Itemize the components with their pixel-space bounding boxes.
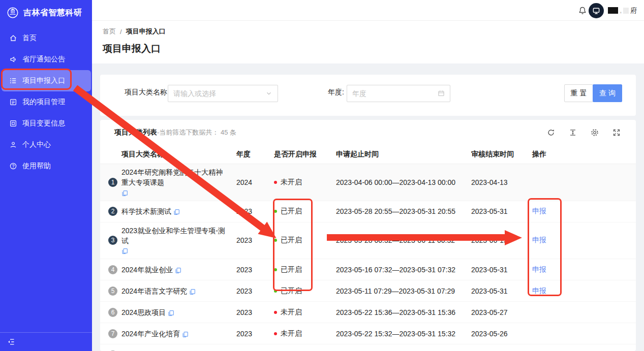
sidebar-item-change-info[interactable]: 项目变更信息 xyxy=(0,113,92,134)
filter-card: 项目大类名称: 年度: 重 置 查 询 xyxy=(100,75,636,116)
sidebar-item-apply-entry[interactable]: 项目申报入口 xyxy=(2,70,91,91)
user-menu[interactable]: , 府 xyxy=(589,3,637,18)
page-header: 首页 / 项目申报入口 项目申报入口 xyxy=(92,21,644,63)
action-cell: 申报 xyxy=(524,236,628,245)
rank-badge: 1 xyxy=(108,178,117,187)
apply-period: 2023-05-28 20:55—2023-05-31 20:55 xyxy=(328,207,463,215)
project-name: 2023就业创业和学生管理专项-测试 xyxy=(121,226,227,246)
menu-fold-icon[interactable] xyxy=(7,338,15,346)
user-name-redacted xyxy=(608,7,618,14)
app-logo-icon xyxy=(6,6,19,19)
app-brand: 吉林省智慧科研 xyxy=(0,0,92,25)
notification-bell-icon[interactable] xyxy=(578,6,587,15)
search-button[interactable]: 查 询 xyxy=(593,84,622,102)
col-header-open: 是否开启申报 xyxy=(268,150,328,159)
table-card: 项目大类列表 -当前筛选下数据共： 45 条 项目大类名称 年度 是否开启申报 … xyxy=(100,120,636,351)
reload-icon[interactable] xyxy=(547,129,555,137)
review-end-date: 2023-06-15 xyxy=(463,236,524,244)
status-label: 已开启 xyxy=(281,207,302,216)
sidebar-item-label: 使用帮助 xyxy=(22,162,51,171)
sidebar-item-label: 个人中心 xyxy=(22,140,51,149)
col-header-review-end: 审核结束时间 xyxy=(463,150,524,159)
apply-link[interactable]: 申报 xyxy=(532,265,546,273)
copy-icon[interactable] xyxy=(168,310,174,316)
sidebar-item-label: 项目变更信息 xyxy=(22,119,65,128)
rank-badge: 4 xyxy=(108,265,117,274)
sidebar-item-label: 首页 xyxy=(22,34,37,43)
table-count: -当前筛选下数据共： 45 条 xyxy=(157,128,236,137)
user-name: , 府 xyxy=(608,6,637,15)
table-row: 2 科学技术新测试 2023 已开启 2023-05-28 20:55—2023… xyxy=(100,201,636,222)
fullscreen-icon[interactable] xyxy=(612,129,621,137)
user-name-suffix: 府 xyxy=(630,6,637,15)
sidebar: 吉林省智慧科研 首页 省厅通知公告 项目申报入口 我的项目管理 项目变更信息 个… xyxy=(0,0,92,351)
sidebar-footer xyxy=(0,332,92,351)
year-picker[interactable] xyxy=(347,85,450,102)
person-icon xyxy=(9,141,17,149)
table-row: 4 2024年就业创业 2023 已开启 2023-05-16 07:32—20… xyxy=(100,259,636,280)
breadcrumb-home[interactable]: 首页 xyxy=(103,27,116,36)
apply-period: 2023-04-06 00:00—2023-04-13 00:00 xyxy=(328,178,463,186)
table-row: 1 2024年研究阐释党的二十大精神重大专项课题 2024 未开启 2023-0… xyxy=(100,164,636,201)
help-icon xyxy=(9,162,17,170)
col-header-action: 操作 xyxy=(524,150,628,159)
rank-badge: 6 xyxy=(108,308,117,317)
project-year: 2023 xyxy=(232,207,268,215)
square-return-icon xyxy=(9,119,17,127)
status-dot xyxy=(274,268,277,271)
rank-badge: 7 xyxy=(108,329,117,338)
apply-link[interactable]: 申报 xyxy=(532,236,546,244)
user-name-comma: , xyxy=(620,7,622,14)
category-select[interactable] xyxy=(168,85,278,102)
copy-icon[interactable] xyxy=(121,248,128,254)
project-name: 2024思政项目 xyxy=(121,307,166,317)
apply-link[interactable]: 申报 xyxy=(532,207,546,215)
megaphone-icon xyxy=(9,55,17,63)
table-row: 7 2024年产业化培育 2023 未开启 2023-05-22 15:32—2… xyxy=(100,323,636,344)
apply-link[interactable]: 申报 xyxy=(532,286,546,295)
sidebar-item-personal-center[interactable]: 个人中心 xyxy=(0,134,92,155)
status-dot xyxy=(274,332,277,335)
sidebar-item-my-projects[interactable]: 我的项目管理 xyxy=(0,91,92,113)
status-label: 已开启 xyxy=(281,236,302,245)
copy-icon[interactable] xyxy=(175,267,181,274)
table-row: 8 2024年度社会科学项目 2023 未开启 2023-05-06 09:19… xyxy=(100,344,636,351)
row-density-icon[interactable] xyxy=(569,129,577,137)
action-cell: 申报 xyxy=(524,286,628,296)
col-header-year: 年度 xyxy=(232,150,268,159)
project-year: 2023 xyxy=(232,236,268,244)
project-name: 2024年就业创业 xyxy=(121,265,173,275)
gear-icon[interactable] xyxy=(591,129,599,137)
status-label: 已开启 xyxy=(281,265,302,274)
rank-badge: 2 xyxy=(108,207,117,216)
apply-period: 2023-05-22 15:36—2023-05-31 15:36 xyxy=(328,308,463,316)
year-picker-input[interactable] xyxy=(352,89,438,98)
project-year: 2023 xyxy=(232,287,268,295)
copy-icon[interactable] xyxy=(182,331,189,338)
project-name: 2024年研究阐释党的二十大精神重大专项课题 xyxy=(121,167,227,188)
sidebar-item-notices[interactable]: 省厅通知公告 xyxy=(0,49,92,70)
review-end-date: 2023-05-31 xyxy=(463,287,524,295)
year-label: 年度: xyxy=(328,88,344,97)
sidebar-item-help[interactable]: 使用帮助 xyxy=(0,155,92,177)
project-year: 2024 xyxy=(232,178,268,186)
copy-icon[interactable] xyxy=(189,289,196,295)
project-year: 2023 xyxy=(232,266,268,274)
rank-badge: 3 xyxy=(108,236,117,245)
status-label: 未开启 xyxy=(281,178,302,187)
status-label: 已开启 xyxy=(281,286,302,296)
status-label: 未开启 xyxy=(281,308,302,317)
copy-icon[interactable] xyxy=(173,209,180,215)
table-body: 1 2024年研究阐释党的二十大精神重大专项课题 2024 未开启 2023-0… xyxy=(100,164,636,351)
col-header-name: 项目大类名称 xyxy=(121,150,232,159)
home-icon xyxy=(9,34,17,42)
reset-button[interactable]: 重 置 xyxy=(564,84,593,102)
category-select-input[interactable] xyxy=(173,89,265,98)
project-name: 科学技术新测试 xyxy=(121,206,171,216)
avatar xyxy=(589,3,604,18)
apply-period: 2023-05-16 07:32—2023-05-31 07:32 xyxy=(328,266,463,274)
sidebar-item-home[interactable]: 首页 xyxy=(0,27,92,49)
copy-icon[interactable] xyxy=(121,190,128,197)
action-cell: 申报 xyxy=(524,265,628,274)
review-end-date: 2023-05-31 xyxy=(463,266,524,274)
